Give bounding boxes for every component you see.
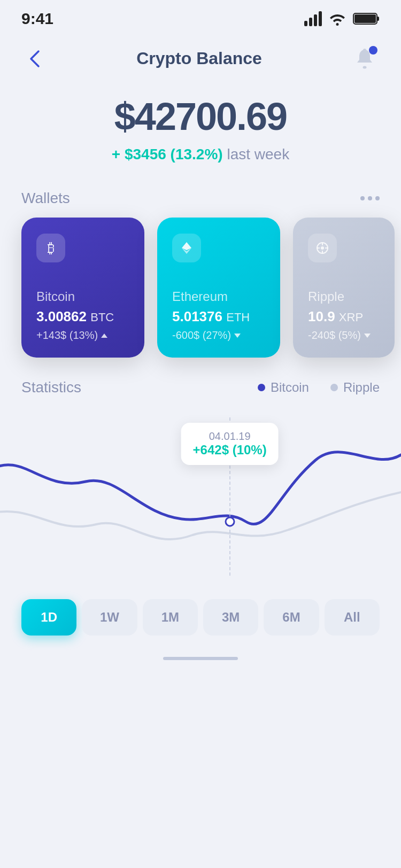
ripple-icon-wrap (308, 234, 337, 262)
legend-dot-ripple (330, 384, 338, 391)
bitcoin-card-amount: 3.00862 BTC (36, 308, 129, 325)
home-indicator (163, 657, 238, 660)
svg-point-7 (321, 246, 324, 250)
bitcoin-card-name: Bitcoin (36, 289, 129, 304)
bitcoin-change-text: +143$ (13%) (36, 329, 98, 342)
time-filter-all[interactable]: All (325, 599, 380, 636)
legend-dot-bitcoin (258, 384, 265, 391)
signal-icon (304, 11, 322, 26)
bitcoin-card-change: +143$ (13%) (36, 329, 129, 342)
wallets-title: Wallets (21, 190, 70, 207)
tooltip-date: 04.01.19 (193, 430, 267, 443)
ripple-arrow-down-icon (364, 334, 371, 338)
svg-marker-4 (182, 242, 191, 250)
ethereum-unit: ETH (226, 311, 250, 324)
more-dot-3 (375, 196, 380, 200)
statistics-header: Statistics Bitcoin Ripple (0, 374, 401, 407)
statistics-title: Statistics (21, 379, 236, 396)
time-filter-6m[interactable]: 6M (264, 599, 319, 636)
ripple-change-text: -240$ (5%) (308, 329, 361, 342)
ripple-icon (315, 241, 329, 255)
bitcoin-icon-wrap: ₿ (36, 234, 65, 262)
time-filters: 1D 1W 1M 3M 6M All (0, 588, 401, 652)
wallet-card-ethereum[interactable]: Ethereum 5.01376 ETH -600$ (27%) (157, 218, 280, 358)
bitcoin-unit: BTC (90, 311, 114, 324)
time-filter-3m[interactable]: 3M (203, 599, 258, 636)
status-icons (304, 11, 380, 26)
chart-area: 04.01.19 +642$ (10%) (0, 407, 401, 578)
notification-button[interactable] (350, 44, 380, 73)
ethereum-card-amount: 5.01376 ETH (172, 308, 265, 325)
time-filter-1d[interactable]: 1D (21, 599, 76, 636)
balance-change-positive: + $3456 (13.2%) (112, 146, 223, 162)
balance-section: $42700.69 + $3456 (13.2%) last week (0, 79, 401, 174)
wallets-header: Wallets (0, 174, 401, 218)
time-filter-1m[interactable]: 1M (143, 599, 198, 636)
chart-tooltip: 04.01.19 +642$ (10%) (181, 423, 279, 465)
notification-badge (369, 46, 377, 55)
wifi-icon (328, 12, 346, 26)
wallet-card-bitcoin[interactable]: ₿ Bitcoin 3.00862 BTC +143$ (13%) (21, 218, 144, 358)
status-time: 9:41 (21, 10, 53, 28)
ripple-card-name: Ripple (308, 289, 380, 304)
ethereum-card-change: -600$ (27%) (172, 329, 265, 342)
svg-rect-2 (354, 14, 376, 23)
wallets-scroll: ₿ Bitcoin 3.00862 BTC +143$ (13%) Ethere… (0, 218, 401, 374)
back-button[interactable] (21, 45, 48, 72)
ripple-card-change: -240$ (5%) (308, 329, 380, 342)
balance-change-suffix: last week (227, 146, 289, 162)
svg-rect-1 (377, 17, 379, 21)
legend-label-bitcoin: Bitcoin (271, 380, 309, 395)
ripple-unit: XRP (339, 311, 363, 324)
wallet-card-ripple[interactable]: Ripple 10.9 XRP -240$ (5%) (293, 218, 395, 358)
balance-change: + $3456 (13.2%) last week (21, 146, 380, 163)
page-title: Crypto Balance (136, 49, 262, 68)
ethereum-card-name: Ethereum (172, 289, 265, 304)
more-dot-2 (368, 196, 372, 200)
tooltip-value: +642$ (10%) (193, 443, 267, 458)
svg-point-13 (226, 517, 234, 526)
legend-label-ripple: Ripple (343, 380, 380, 395)
battery-icon (353, 12, 380, 26)
legend-ripple: Ripple (330, 380, 380, 395)
bitcoin-icon: ₿ (48, 240, 55, 257)
status-bar: 9:41 (0, 0, 401, 33)
balance-amount: $42700.69 (21, 95, 380, 138)
header: Crypto Balance (0, 33, 401, 79)
tooltip-amount: +642$ (193, 443, 229, 457)
ethereum-arrow-down-icon (234, 334, 241, 338)
bottom-bar (0, 652, 401, 671)
wallets-more-button[interactable] (360, 196, 380, 200)
time-filter-1w[interactable]: 1W (82, 599, 137, 636)
ethereum-icon (180, 241, 194, 255)
bitcoin-arrow-up-icon (101, 334, 107, 338)
legend-bitcoin: Bitcoin (258, 380, 309, 395)
more-dot-1 (360, 196, 365, 200)
tooltip-percent: (10%) (233, 443, 267, 457)
ripple-card-amount: 10.9 XRP (308, 308, 380, 325)
svg-point-3 (363, 66, 367, 68)
ethereum-change-text: -600$ (27%) (172, 329, 231, 342)
ethereum-icon-wrap (172, 234, 201, 262)
